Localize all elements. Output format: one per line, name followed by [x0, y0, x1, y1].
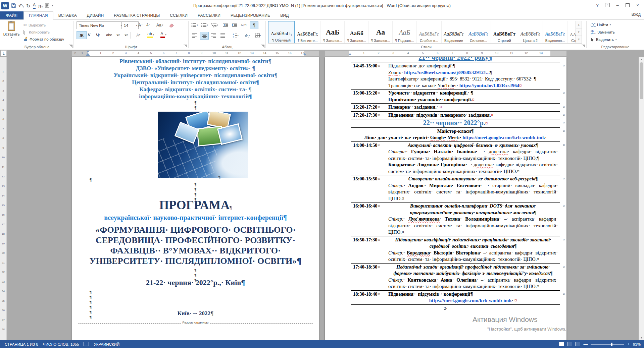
format-painter-button[interactable]: Формат по образцу [23, 36, 64, 42]
shading-button[interactable]: ▾ [242, 32, 252, 39]
show-marks-button[interactable]: ¶ [250, 21, 258, 29]
vertical-scrollbar[interactable]: ▲ ▼ [639, 57, 644, 340]
page-1[interactable]: Рівненський· обласний· інститут· післяди… [72, 57, 319, 340]
bullets-button[interactable]: ▾ [191, 21, 199, 28]
zoom-out-button[interactable]: — [583, 342, 588, 347]
tab-файл[interactable]: ФАЙЛ [0, 11, 23, 19]
zoom-level[interactable]: 93% [633, 342, 641, 346]
clear-formatting-button[interactable] [169, 21, 175, 28]
read-mode-button[interactable] [559, 342, 564, 346]
select-button[interactable]: Выделить▾ [591, 36, 617, 43]
copy-button[interactable]: Копировать [23, 29, 50, 35]
style-item-3[interactable]: АаБ¶ Заголов... [321, 21, 345, 43]
word-count[interactable]: ЧИСЛО СЛОВ: 1055 [43, 342, 79, 346]
tab-рецензирование[interactable]: РЕЦЕНЗИРОВАНИЕ [226, 11, 275, 19]
font-dialog-launcher[interactable] [184, 45, 187, 48]
font-family-select[interactable]: Times New Ro▾ [77, 21, 123, 29]
numbering-button[interactable]: ▾ [201, 21, 209, 28]
document-canvas[interactable]: 1234567891011121314151617181920212223242… [0, 57, 644, 340]
paragraph-settings-icon[interactable] [45, 3, 49, 8]
redo-icon[interactable]: ↻ [26, 3, 31, 8]
style-item-10[interactable]: АаБбВвГтСтрогий [491, 21, 518, 43]
style-item-2[interactable]: АаБбВвГг,¶ Без инте... [295, 21, 321, 43]
hyperlink[interactable]: https://youtu.be/f-02RxsJ964 [459, 83, 519, 88]
style-item-8[interactable]: АаБбВвГгВыделение [442, 21, 466, 43]
justify-button[interactable] [219, 32, 227, 39]
scroll-down-icon[interactable]: ▼ [639, 336, 644, 340]
style-item-12[interactable]: АаБбВвГгВыделенн... [543, 21, 568, 43]
strikethrough-button[interactable]: abc [103, 31, 115, 39]
hyperlink[interactable]: https://us06web.zoom.us/j/89585329121... [404, 70, 490, 75]
grow-font-button[interactable]: Аˆ [138, 21, 142, 28]
zoom-slider-thumb[interactable] [611, 343, 612, 346]
multilevel-list-button[interactable]: ▾ [211, 21, 219, 28]
proofing-icon[interactable] [84, 342, 89, 346]
sort-button[interactable]: А↓Я [240, 21, 248, 28]
qat-customize-icon[interactable]: ▾ [52, 4, 53, 7]
print-layout-button[interactable] [567, 342, 572, 346]
page-indicator[interactable]: СТРАНИЦА 1 ИЗ 8 [5, 342, 38, 346]
paragraph-dialog-launcher[interactable] [261, 45, 264, 48]
font-size-select[interactable]: 14▾ [121, 21, 139, 29]
ribbon-display-options-button[interactable]: ^ [602, 1, 612, 9]
hyperlink[interactable]: https://meet.google.com/krb-wmbb-imk [429, 298, 512, 303]
style-item-11[interactable]: АаБбВвГгЦитата 2 [518, 21, 543, 43]
clipboard-dialog-launcher[interactable] [69, 45, 72, 48]
tab-ссылки[interactable]: ССЫЛКИ [165, 11, 193, 19]
language-indicator[interactable]: УКРАИНСКИЙ [94, 342, 119, 346]
cut-button[interactable]: ✂ Вырезать [23, 22, 46, 28]
align-right-button[interactable] [209, 32, 217, 39]
paste-button[interactable]: Вставить ▾ [3, 21, 20, 42]
style-item-6[interactable]: АаБ¶ Подзаго... [393, 21, 417, 43]
tab-разметка страницы[interactable]: РАЗМЕТКА СТРАНИЦЫ [109, 11, 165, 19]
zoom-in-button[interactable]: + [627, 342, 630, 347]
find-button[interactable]: Найти▾ [591, 21, 611, 28]
save-icon[interactable] [11, 3, 16, 9]
shrink-font-button[interactable]: Аˇ [146, 21, 150, 28]
styles-gallery-scrollbar[interactable]: ▲ ▼ ⊽ [576, 21, 582, 44]
page-2[interactable]: 21·· червня· 2022· року¶¤14:45-15:00¤Під… [325, 57, 566, 340]
equation-icon[interactable]: π▾ [38, 3, 43, 8]
tab-вставка[interactable]: ВСТАВКА [53, 11, 82, 19]
style-item-9[interactable]: АаБбВвГгСильное... [466, 21, 491, 43]
borders-button[interactable]: ▾ [253, 32, 263, 39]
font-color-button[interactable]: А▾ [157, 31, 170, 39]
hyperlink[interactable]: https://meet.google.com/krb-wmbb-imk [462, 135, 545, 140]
line-spacing-button[interactable]: ▾ [231, 32, 240, 39]
horizontal-ruler[interactable]: 2112345678910111213141516171234567891011… [0, 50, 644, 57]
change-case-button[interactable]: Аа▾ [156, 21, 163, 28]
web-layout-button[interactable] [575, 342, 580, 346]
style-item-13[interactable]: ААББВВГТСлабая сс... [567, 21, 576, 43]
word-logo-icon[interactable]: W [1, 2, 9, 9]
maximize-button[interactable] [623, 1, 633, 9]
align-left-button[interactable] [191, 32, 199, 39]
scroll-up-icon[interactable]: ▲ [639, 57, 644, 62]
vertical-ruler[interactable]: 1234567891011121314151617181920212223242… [0, 57, 7, 340]
help-button[interactable]: ? [592, 1, 602, 9]
decrease-indent-button[interactable] [221, 21, 230, 28]
tab-рассылки[interactable]: РАССЫЛКИ [193, 11, 226, 19]
tab-главная[interactable]: ГЛАВНАЯ [23, 11, 53, 20]
style-item-1[interactable]: АаБбВвГг,¶ Обычный [268, 21, 295, 43]
font-color-quick-icon[interactable]: А [33, 3, 36, 8]
superscript-button[interactable]: х2 [121, 31, 131, 39]
close-button[interactable]: × [633, 1, 643, 9]
underline-button[interactable]: Ч▾ [92, 31, 104, 39]
scrollbar-thumb[interactable] [640, 62, 643, 99]
styles-dialog-launcher[interactable] [582, 45, 585, 48]
increase-indent-button[interactable] [230, 21, 238, 28]
style-item-7[interactable]: АаБбВвГгСлабое в... [417, 21, 442, 43]
styles-more-icon[interactable]: ⊽ [576, 36, 582, 43]
zoom-slider[interactable] [591, 344, 624, 345]
align-center-button[interactable] [200, 32, 209, 40]
tab-дизайн[interactable]: ДИЗАЙН [82, 11, 109, 19]
styles-scroll-up-icon[interactable]: ▲ [576, 21, 582, 28]
tab-вид[interactable]: ВИД [275, 11, 294, 19]
style-item-5[interactable]: Аа¶ Заголов... [369, 21, 393, 43]
style-item-4[interactable]: АаБб¶ Заголов... [345, 21, 368, 43]
styles-scroll-down-icon[interactable]: ▼ [576, 28, 582, 36]
sign-in-link[interactable]: Вход [632, 12, 641, 17]
undo-icon[interactable]: ↶▾ [18, 3, 24, 8]
highlight-color-button[interactable]: ab▾ [144, 31, 158, 39]
text-effects-button[interactable]: А▾ [132, 31, 144, 39]
